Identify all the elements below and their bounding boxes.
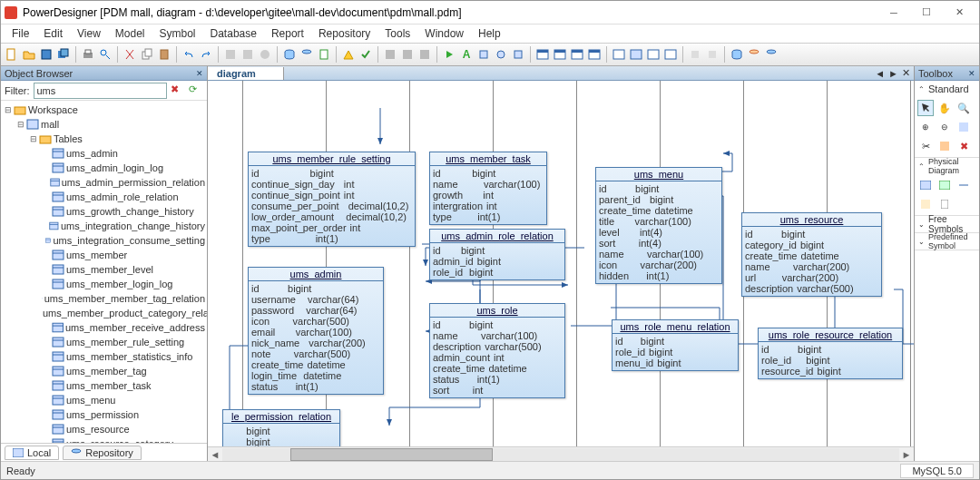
tool-prop-icon[interactable] [936, 138, 953, 154]
tb-db-icon[interactable] [299, 46, 315, 63]
menu-window[interactable]: Window [417, 25, 471, 42]
entity-admin[interactable]: ums_adminid bigint username varchar(64) … [248, 267, 384, 395]
toolbox-section-physical[interactable]: ⌃Physical Diagram [915, 158, 979, 174]
tb-db-icon[interactable] [281, 46, 298, 63]
tree-table-item[interactable]: ums_admin_login_log [3, 161, 205, 175]
tab-close-icon[interactable]: ✕ [902, 67, 910, 79]
menu-view[interactable]: View [70, 25, 108, 42]
tool-zoom-icon[interactable]: 🔍 [956, 100, 972, 116]
menu-model[interactable]: Model [108, 25, 152, 42]
tb-cut-icon[interactable] [122, 46, 138, 63]
menu-symbol[interactable]: Symbol [152, 25, 203, 42]
tool-view-icon[interactable] [936, 177, 953, 193]
tree-table-item[interactable]: ums_member_receive_address [3, 320, 205, 335]
tree-table-item[interactable]: ums_integration_consume_setting [3, 233, 205, 248]
toolbox-section-free[interactable]: ⌄Free Symbols [915, 216, 979, 232]
tree-table-item[interactable]: ums_admin_permission_relation [3, 175, 205, 190]
tree-table-item[interactable]: ums_member_level [3, 262, 205, 277]
toolbox-section-standard[interactable]: ⌃Standard [915, 81, 979, 97]
tb-misc-icon[interactable] [399, 46, 416, 63]
tree-tables-folder[interactable]: ⊟Tables [3, 132, 205, 146]
tb-misc-icon[interactable] [687, 46, 703, 63]
tree-table-item[interactable]: ums_member_member_tag_relation [3, 291, 205, 306]
tb-misc-icon[interactable] [222, 46, 239, 63]
tb-new-icon[interactable] [4, 46, 20, 63]
tb-undo-icon[interactable] [181, 46, 197, 63]
entity-role_resource_relation[interactable]: ums_role_resource_relationid bigintrole_… [758, 328, 903, 379]
entity-admin_role_relation[interactable]: ums_admin_role_relationid bigintadmin_id… [429, 229, 565, 280]
tb-open-icon[interactable] [21, 46, 37, 63]
filter-clear-icon[interactable]: ✖ [171, 83, 185, 98]
tree-model[interactable]: ⊟mall [3, 117, 205, 132]
menu-database[interactable]: Database [203, 25, 264, 42]
tree-table-item[interactable]: ums_member_login_log [3, 277, 205, 291]
tool-proc-icon[interactable] [917, 196, 934, 212]
tree-table-item[interactable]: ums_admin [3, 146, 205, 161]
scroll-thumb[interactable] [290, 448, 494, 461]
tb-paste-icon[interactable] [156, 46, 172, 63]
tb-misc-icon[interactable] [340, 46, 357, 63]
tree-table-item[interactable]: ums_admin_role_relation [3, 190, 205, 204]
tool-ref-icon[interactable] [956, 177, 972, 193]
tree-table-item[interactable]: ums_member_statistics_info [3, 349, 205, 364]
tb-window-icon[interactable] [586, 46, 603, 63]
tb-window-icon[interactable] [662, 46, 679, 63]
tb-misc-icon[interactable] [240, 46, 256, 63]
tb-db-icon[interactable] [746, 46, 762, 63]
tree-table-item[interactable]: ums_member_tag [3, 364, 205, 378]
entity-le_permission_relation[interactable]: le_permission_relation bigint bigintion_… [222, 409, 340, 446]
tree-table-item[interactable]: ums_integration_change_history [3, 219, 205, 233]
entity-member_rule_setting[interactable]: ums_member_rule_settingid bigint continu… [248, 152, 416, 247]
tb-window-icon[interactable] [628, 46, 644, 63]
tb-play-icon[interactable] [441, 46, 457, 63]
panel-close-icon[interactable]: ✕ [968, 69, 975, 78]
menu-edit[interactable]: Edit [36, 25, 70, 42]
tool-hand-icon[interactable]: ✋ [936, 100, 953, 116]
tool-pointer-icon[interactable] [917, 100, 934, 116]
tab-prev-icon[interactable]: ◄ [875, 68, 885, 79]
panel-close-icon[interactable]: ✕ [196, 69, 203, 78]
entity-role[interactable]: ums_roleid bigint name varchar(100)descr… [429, 303, 565, 398]
tb-misc-icon[interactable] [475, 46, 492, 63]
menu-help[interactable]: Help [471, 25, 508, 42]
toolbox-section-predefined[interactable]: ⌄Predefined Symbol [915, 233, 979, 250]
tb-db-icon[interactable] [763, 46, 779, 63]
tree-table-item[interactable]: ums_menu [3, 393, 205, 407]
tab-next-icon[interactable]: ► [888, 68, 898, 79]
tb-misc-icon[interactable] [257, 46, 273, 63]
menu-file[interactable]: File [5, 25, 36, 42]
horizontal-scrollbar[interactable]: ◄ ► [208, 446, 914, 461]
tb-misc-icon[interactable] [493, 46, 509, 63]
tb-window-icon[interactable] [611, 46, 627, 63]
tool-cut-icon[interactable]: ✂ [917, 138, 934, 154]
tree-workspace[interactable]: ⊟Workspace [3, 103, 205, 117]
tb-window-icon[interactable] [534, 46, 551, 63]
tool-zoomout-icon[interactable]: ⊖ [936, 119, 953, 135]
tree-table-item[interactable]: ums_member_rule_setting [3, 335, 205, 349]
tool-table-icon[interactable] [917, 177, 934, 193]
menu-report[interactable]: Report [264, 25, 311, 42]
tb-script-icon[interactable] [316, 46, 332, 63]
tab-repository[interactable]: Repository [63, 446, 142, 460]
tb-window-icon[interactable] [552, 46, 568, 63]
minimize-button[interactable]: ─ [877, 2, 910, 24]
tb-redo-icon[interactable] [198, 46, 214, 63]
menu-repository[interactable]: Repository [311, 25, 377, 42]
tool-delete-icon[interactable]: ✖ [956, 138, 972, 154]
entity-resource[interactable]: ums_resourceid bigint category_idbigint … [741, 212, 882, 297]
tree-table-item[interactable]: ums_resource_category [3, 436, 205, 443]
diagram-canvas[interactable]: ums_member_rule_settingid bigint continu… [208, 81, 914, 446]
tb-misc-icon[interactable] [416, 46, 433, 63]
entity-member_task[interactable]: ums_member_taskid bigint name varchar(10… [429, 152, 547, 225]
tb-misc-icon[interactable] [510, 46, 526, 63]
scroll-right-icon[interactable]: ► [899, 449, 914, 460]
diagram-tab[interactable]: diagram [208, 67, 284, 80]
scroll-left-icon[interactable]: ◄ [208, 449, 222, 460]
maximize-button[interactable]: ☐ [910, 2, 943, 24]
tree-table-item[interactable]: ums_member_task [3, 378, 205, 393]
tb-window-icon[interactable] [645, 46, 662, 63]
tab-local[interactable]: Local [5, 446, 59, 460]
tool-file-icon[interactable] [936, 196, 953, 212]
filter-refresh-icon[interactable]: ⟳ [189, 83, 203, 98]
entity-role_menu_relation[interactable]: ums_role_menu_relationid bigintrole_idbi… [612, 319, 739, 371]
